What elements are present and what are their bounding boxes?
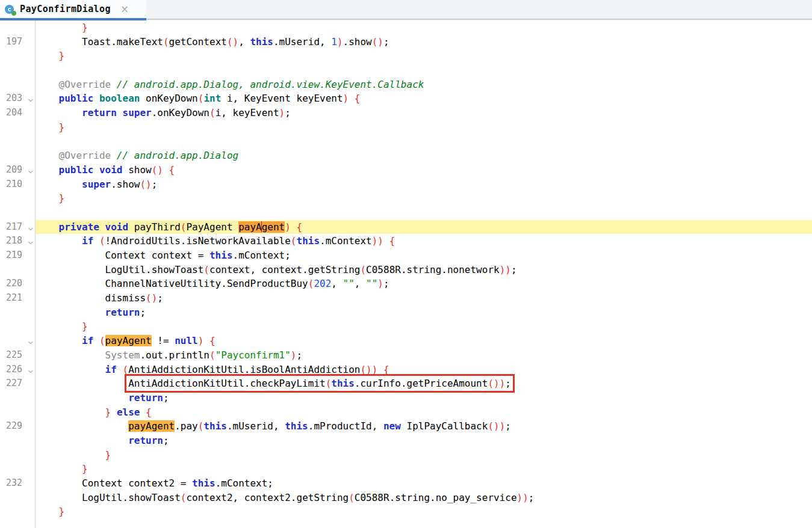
fold-chevron-icon[interactable] [27,337,34,345]
code-token: "Payconfirm1" [215,349,291,361]
editor-row: return; [0,434,812,448]
code-token: { [297,221,303,233]
code-line[interactable]: } [36,448,812,462]
gutter: 209 [0,163,36,177]
code-line[interactable] [36,206,812,220]
editor-row: if (payAgent != null) { [0,334,812,348]
fold-chevron-icon[interactable] [27,167,34,174]
code-line[interactable]: Context context = this.mContext; [36,248,812,263]
code-line[interactable]: return super.onKeyDown(i, keyEvent); [36,106,812,120]
code-token: new [383,420,401,432]
code-line[interactable]: private void payThird(PayAgent payAgent)… [36,220,812,235]
empty-code-space[interactable] [36,519,812,528]
code-line[interactable]: if (payAgent != null) { [36,334,812,348]
code-area: }197 Toast.makeText(getContext(), this.m… [0,20,812,519]
line-number[interactable]: 232 [6,476,22,491]
code-line[interactable]: dismiss(); [36,291,812,305]
line-number[interactable]: 197 [6,35,22,49]
gutter: 203 [0,91,36,106]
line-number[interactable]: 225 [6,348,22,363]
code-line[interactable]: if (!AndroidUtils.isNetworkAvailable(thi… [36,234,812,248]
code-line[interactable]: @Override // android.app.Dialog [36,149,812,163]
class-icon-green-dot [11,11,16,16]
gutter: 219 [0,248,36,263]
code-line[interactable]: Context context2 = this.mContext; [36,476,812,491]
line-number[interactable]: 218 [6,234,22,248]
line-number[interactable]: 221 [6,291,22,305]
code-line[interactable]: @Override // android.app.Dialog, android… [36,78,812,92]
code-token: , [331,278,342,289]
gutter: 225 [0,348,36,363]
line-number[interactable]: 210 [6,177,22,192]
code-line[interactable]: } [36,462,812,476]
line-number[interactable]: 227 [6,376,22,391]
code-token [383,235,389,247]
code-token: // android.app.Dialog, android.view.KeyE… [117,79,424,90]
code-line[interactable]: System.out.println("Payconfirm1"); [36,348,812,363]
code-line[interactable]: } [36,49,812,63]
code-line[interactable]: Toast.makeText(getContext(), this.mUseri… [36,35,812,49]
code-token: this [250,36,273,48]
gutter: 220 [0,277,36,291]
code-token: payThird [134,221,181,233]
line-number[interactable]: 204 [6,106,22,120]
code-token [36,22,82,33]
line-number[interactable]: 220 [6,277,22,291]
code-line[interactable]: return; [36,434,812,448]
code-token: { [146,407,152,418]
editor-row: 219 Context context = this.mContext; [0,248,812,263]
code-line[interactable]: AntiAddictionKitUtil.checkPayLimit(this.… [36,376,812,391]
code-line[interactable]: LogUtil.showToast(context, context.getSt… [36,263,812,277]
code-token [36,407,105,418]
code-token: this [192,477,215,489]
line-number[interactable]: 229 [6,419,22,434]
fold-chevron-icon[interactable] [27,95,34,102]
line-number[interactable]: 226 [6,363,22,377]
code-line[interactable]: super.show(); [36,177,812,192]
code-line[interactable] [36,135,812,149]
code-token: ChannelNativeUtility.SendProductBuy [36,278,308,289]
code-line[interactable]: } [36,191,812,206]
gutter [0,305,36,320]
code-line[interactable]: } [36,20,812,35]
code-token: { [389,235,395,247]
code-token: show [128,164,152,176]
code-line[interactable]: } [36,319,812,334]
code-token: onKeyDown [146,93,198,104]
fold-chevron-icon[interactable] [27,366,34,373]
code-token [36,307,105,318]
fold-chevron-icon[interactable] [27,224,34,231]
code-line[interactable]: } else { [36,405,812,420]
code-token: ; [297,349,303,361]
editor-row: LogUtil.showToast(context, context.getSt… [0,263,812,277]
tab-payconfirmdialog[interactable]: c PayConfirmDialog × [0,0,146,18]
code-line[interactable]: return; [36,391,812,405]
line-number[interactable]: 219 [6,248,22,263]
line-number[interactable]: 209 [6,163,22,177]
code-token: dismiss [36,292,146,304]
code-token: ( [123,364,129,375]
close-icon[interactable]: × [120,4,129,14]
code-line[interactable]: } [36,505,812,519]
code-line[interactable]: } [36,120,812,135]
gutter [0,334,36,348]
code-token: this [285,420,308,432]
code-line[interactable]: LogUtil.showToast(context2, context2.get… [36,491,812,505]
code-line[interactable]: ChannelNativeUtility.SendProductBuy(202,… [36,277,812,291]
code-line[interactable]: public void show() { [36,163,812,177]
code-line[interactable]: public boolean onKeyDown(int i, KeyEvent… [36,91,812,106]
line-number[interactable]: 203 [6,91,22,106]
code-line[interactable]: return; [36,305,812,320]
line-number[interactable]: 217 [6,220,22,235]
code-line[interactable]: if (AntiAddictionKitUtil.isBoolAntiAddic… [36,363,812,377]
code-token: ( [99,235,105,247]
editor-row: return; [0,391,812,405]
code-token [36,235,82,247]
fold-chevron-icon[interactable] [27,238,34,245]
code-token: } [82,463,88,474]
code-token: "" [366,278,377,289]
code-token: int [203,93,221,104]
code-line[interactable] [36,63,812,78]
editor-row: } [0,120,812,135]
code-line[interactable]: payAgent.pay(this.mUserid, this.mProduct… [36,419,812,434]
